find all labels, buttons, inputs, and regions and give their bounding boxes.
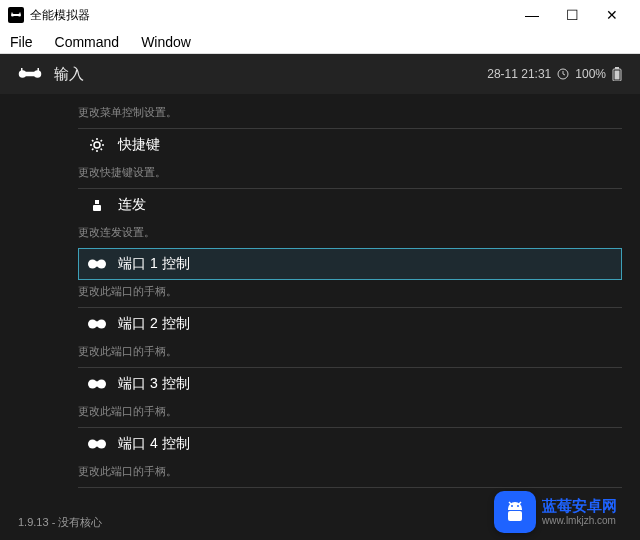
status-area: 28-11 21:31 100%	[487, 67, 622, 81]
menu-window[interactable]: Window	[137, 32, 195, 52]
window-title: 全能模拟器	[30, 7, 512, 24]
gear-icon	[88, 138, 106, 152]
turbo-label: 连发	[118, 196, 146, 214]
gamepad-icon	[88, 377, 106, 391]
svg-rect-2	[13, 14, 20, 16]
port1-sub: 更改此端口的手柄。	[78, 280, 622, 307]
svg-point-14	[94, 142, 100, 148]
hotkeys-sub: 更改快捷键设置。	[78, 161, 622, 188]
menu-control-sub: 更改菜单控制设置。	[78, 101, 622, 128]
battery-percent: 100%	[575, 67, 606, 81]
menu-file[interactable]: File	[6, 32, 37, 52]
watermark-url: www.lmkjzh.com	[542, 515, 617, 526]
svg-rect-34	[508, 511, 522, 521]
gamepad-icon	[88, 317, 106, 331]
titlebar: 全能模拟器 — ☐ ✕	[0, 0, 640, 30]
hotkeys-row[interactable]: 快捷键	[78, 128, 622, 161]
menu-command[interactable]: Command	[51, 32, 124, 52]
window-controls: — ☐ ✕	[512, 0, 632, 30]
svg-rect-4	[20, 13, 21, 15]
svg-rect-16	[93, 205, 101, 211]
svg-rect-28	[93, 441, 102, 446]
svg-rect-22	[93, 321, 102, 326]
port1-label: 端口 1 控制	[118, 255, 190, 273]
datetime: 28-11 21:31	[487, 67, 551, 81]
svg-rect-3	[12, 13, 13, 15]
port2-row[interactable]: 端口 2 控制	[78, 307, 622, 340]
port3-label: 端口 3 控制	[118, 375, 190, 393]
controller-icon	[18, 66, 42, 82]
port1-row[interactable]: 端口 1 控制	[78, 248, 622, 280]
svg-line-35	[509, 502, 511, 504]
turbo-sub: 更改连发设置。	[78, 221, 622, 248]
svg-rect-19	[93, 261, 102, 266]
port4-row[interactable]: 端口 4 控制	[78, 427, 622, 460]
version-footer: 1.9.13 - 没有核心	[18, 515, 102, 530]
port3-sub: 更改此端口的手柄。	[78, 400, 622, 427]
port5-row[interactable]: 端口 5 控制	[78, 487, 622, 494]
svg-rect-25	[93, 381, 102, 386]
maximize-button[interactable]: ☐	[552, 0, 592, 30]
app-icon	[8, 7, 24, 23]
svg-rect-8	[21, 68, 23, 71]
menu-control-row[interactable]	[78, 94, 622, 101]
port4-sub: 更改此端口的手柄。	[78, 460, 622, 487]
turbo-icon	[88, 198, 106, 212]
svg-rect-13	[615, 71, 620, 80]
turbo-row[interactable]: 连发	[78, 188, 622, 221]
watermark-title: 蓝莓安卓网	[542, 498, 617, 515]
section-title: 输入	[54, 65, 487, 84]
section-header: 输入 28-11 21:31 100%	[0, 54, 640, 94]
hotkeys-label: 快捷键	[118, 136, 160, 154]
settings-list[interactable]: 更改菜单控制设置。 快捷键 更改快捷键设置。 连发 更改连发设置。	[0, 94, 640, 494]
port2-sub: 更改此端口的手柄。	[78, 340, 622, 367]
gamepad-icon	[88, 437, 106, 451]
close-button[interactable]: ✕	[592, 0, 632, 30]
svg-rect-15	[95, 200, 99, 204]
port4-label: 端口 4 控制	[118, 435, 190, 453]
port3-row[interactable]: 端口 3 控制	[78, 367, 622, 400]
gamepad-icon	[88, 257, 106, 271]
app-body: 输入 28-11 21:31 100% 更改菜单控制设置。 快捷键	[0, 54, 640, 540]
svg-point-32	[511, 505, 513, 507]
minimize-button[interactable]: —	[512, 0, 552, 30]
svg-rect-7	[23, 72, 38, 77]
clock-icon	[557, 68, 569, 80]
svg-line-36	[519, 502, 521, 504]
watermark-badge-icon	[494, 491, 536, 533]
battery-icon	[612, 67, 622, 81]
svg-point-33	[517, 505, 519, 507]
watermark: 蓝莓安卓网 www.lmkjzh.com	[494, 488, 634, 536]
menubar: File Command Window	[0, 30, 640, 54]
port2-label: 端口 2 控制	[118, 315, 190, 333]
svg-rect-9	[38, 68, 40, 71]
